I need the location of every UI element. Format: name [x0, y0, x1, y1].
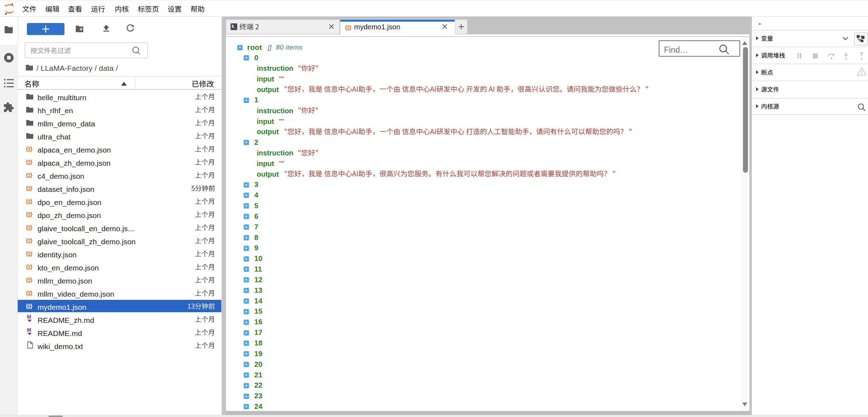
svg-text:{: { [26, 250, 28, 257]
svg-text:}: } [30, 145, 33, 152]
svg-text:}: } [30, 198, 33, 205]
svg-text:{: { [26, 198, 28, 205]
svg-text:}: } [30, 303, 33, 309]
svg-text:}: } [30, 172, 33, 178]
svg-text:{: { [26, 159, 28, 165]
svg-text:{: { [26, 224, 28, 231]
svg-text:}: } [30, 263, 33, 270]
svg-text:{: { [26, 237, 28, 244]
svg-text:{: { [26, 185, 28, 192]
svg-text:}: } [30, 237, 33, 244]
svg-text:}: } [30, 185, 33, 192]
svg-text:{: { [26, 303, 28, 309]
svg-text:}: } [30, 276, 33, 283]
svg-text:}: } [30, 290, 33, 296]
svg-text:}: } [30, 224, 33, 231]
svg-text:}: } [30, 211, 33, 218]
svg-text:{: { [26, 276, 28, 283]
svg-text:M: M [27, 314, 31, 320]
svg-text:}: } [30, 250, 33, 257]
svg-text:{: { [26, 145, 28, 152]
svg-text:}: } [30, 159, 33, 165]
svg-text:{: { [345, 24, 347, 31]
svg-text:{: { [26, 263, 28, 270]
svg-text:M: M [27, 327, 31, 333]
svg-text:{: { [26, 172, 28, 178]
svg-text:{: { [26, 211, 28, 218]
svg-text:}: } [349, 24, 352, 31]
svg-text:{: { [26, 290, 28, 296]
